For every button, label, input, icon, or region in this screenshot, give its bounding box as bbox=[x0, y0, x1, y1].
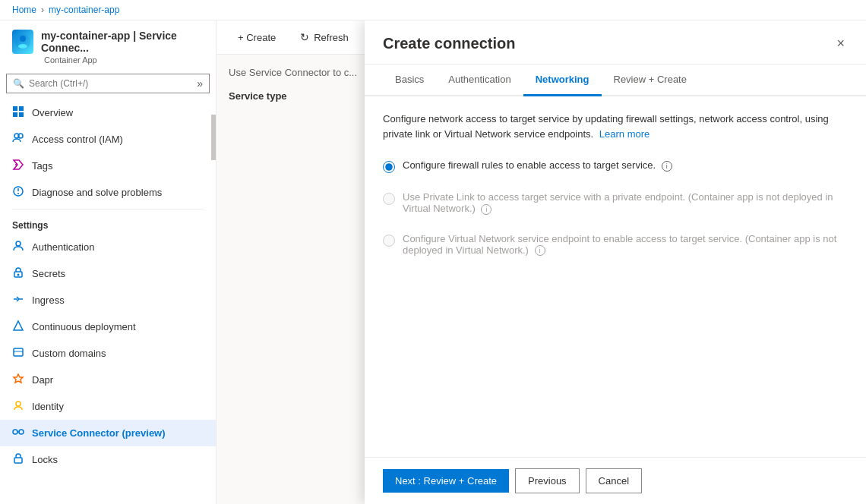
sidebar-item-label: Diagnose and solve problems bbox=[32, 187, 162, 198]
svg-point-9 bbox=[15, 164, 17, 165]
sidebar-item-identity[interactable]: Identity bbox=[0, 393, 216, 420]
tab-authentication[interactable]: Authentication bbox=[436, 65, 523, 96]
sidebar-item-label: Secrets bbox=[32, 268, 65, 279]
search-box[interactable]: 🔍 » bbox=[6, 74, 210, 93]
sidebar-item-access-control[interactable]: Access control (IAM) bbox=[0, 126, 216, 153]
create-button[interactable]: + Create bbox=[229, 27, 285, 48]
radio-private-link bbox=[383, 193, 395, 205]
tags-icon bbox=[12, 159, 24, 173]
tab-review-create-label: Review + Create bbox=[614, 74, 687, 85]
svg-point-1 bbox=[20, 36, 26, 42]
sidebar: my-container-app | Service Connec... Con… bbox=[0, 20, 216, 504]
app-subtitle: Container App bbox=[44, 55, 204, 65]
radio-vnet-endpoint-label: Configure Virtual Network service endpoi… bbox=[403, 233, 836, 256]
app-icon bbox=[12, 30, 33, 54]
svg-rect-4 bbox=[19, 106, 24, 111]
locks-icon bbox=[12, 452, 24, 467]
panel-content: Configure network access to target servi… bbox=[365, 96, 866, 457]
overview-icon bbox=[12, 106, 24, 120]
svg-point-13 bbox=[16, 241, 21, 246]
sidebar-item-label: Locks bbox=[32, 454, 58, 465]
radio-option-firewall: Configure firewall rules to enable acces… bbox=[383, 156, 848, 176]
dapr-icon bbox=[12, 373, 24, 387]
sidebar-item-label: Authentication bbox=[32, 241, 94, 253]
sidebar-scroll-thumb bbox=[211, 115, 216, 160]
create-connection-panel: Create connection × Basics Authenticatio… bbox=[365, 20, 866, 504]
svg-point-19 bbox=[16, 402, 21, 406]
tab-basics-label: Basics bbox=[395, 74, 424, 85]
sidebar-item-continuous-deployment[interactable]: Continuous deployment bbox=[0, 313, 216, 340]
svg-point-21 bbox=[19, 430, 24, 434]
breadcrumb-separator: › bbox=[41, 5, 44, 15]
sidebar-item-custom-domains[interactable]: Custom domains bbox=[0, 340, 216, 367]
panel-tabs: Basics Authentication Networking Review … bbox=[365, 65, 866, 96]
sidebar-item-authentication[interactable]: Authentication bbox=[0, 234, 216, 260]
access-control-icon bbox=[12, 132, 24, 146]
sidebar-item-label: Service Connector (preview) bbox=[32, 427, 166, 439]
tab-basics[interactable]: Basics bbox=[383, 65, 436, 96]
cancel-button[interactable]: Cancel bbox=[586, 468, 642, 493]
radio-firewall-label-container: Configure firewall rules to enable acces… bbox=[403, 159, 672, 172]
tab-networking-label: Networking bbox=[536, 74, 589, 85]
svg-rect-23 bbox=[14, 458, 22, 463]
vnet-endpoint-info-icon: i bbox=[535, 245, 545, 256]
previous-button[interactable]: Previous bbox=[515, 468, 580, 493]
refresh-button[interactable]: ↻ Refresh bbox=[291, 27, 358, 48]
radio-private-link-label: Use Private Link to access target servic… bbox=[403, 191, 833, 214]
sidebar-item-label: Dapr bbox=[32, 374, 53, 386]
svg-marker-16 bbox=[14, 321, 23, 330]
app-title: my-container-app | Service Connec... bbox=[12, 30, 204, 54]
svg-rect-3 bbox=[13, 106, 17, 111]
authentication-icon bbox=[12, 240, 24, 254]
radio-firewall-label: Configure firewall rules to enable acces… bbox=[403, 159, 656, 171]
svg-rect-5 bbox=[13, 112, 17, 117]
sidebar-item-label: Ingress bbox=[32, 295, 65, 306]
sidebar-item-overview[interactable]: Overview bbox=[0, 99, 216, 126]
next-button[interactable]: Next : Review + Create bbox=[383, 469, 509, 493]
breadcrumb-home[interactable]: Home bbox=[12, 5, 36, 15]
learn-more-link[interactable]: Learn more bbox=[599, 128, 650, 140]
continuous-deployment-icon bbox=[12, 320, 24, 334]
radio-vnet-endpoint bbox=[383, 235, 395, 247]
app-name: my-container-app | Service Connec... bbox=[41, 30, 204, 54]
radio-option-private-link: Use Private Link to access target servic… bbox=[383, 188, 848, 218]
sidebar-item-label: Continuous deployment bbox=[32, 321, 136, 332]
firewall-info-icon[interactable]: i bbox=[662, 161, 672, 172]
sidebar-item-label: Custom domains bbox=[32, 348, 106, 359]
panel-footer: Next : Review + Create Previous Cancel bbox=[365, 457, 866, 504]
sidebar-item-label: Tags bbox=[32, 160, 52, 172]
search-input[interactable] bbox=[29, 78, 192, 89]
sidebar-item-dapr[interactable]: Dapr bbox=[0, 367, 216, 393]
collapse-icon[interactable]: » bbox=[197, 77, 203, 90]
sidebar-item-label: Identity bbox=[32, 401, 64, 412]
sidebar-item-tags[interactable]: Tags bbox=[0, 153, 216, 179]
sidebar-item-label: Access control (IAM) bbox=[32, 134, 123, 145]
service-connector-icon bbox=[12, 426, 24, 440]
sidebar-item-diagnose[interactable]: Diagnose and solve problems bbox=[0, 179, 216, 206]
sidebar-item-locks[interactable]: Locks bbox=[0, 446, 216, 473]
refresh-icon: ↻ bbox=[300, 31, 309, 43]
svg-rect-17 bbox=[14, 348, 23, 356]
radio-firewall[interactable] bbox=[383, 161, 395, 173]
custom-domains-icon bbox=[12, 346, 24, 361]
sidebar-nav: Overview Access control (IAM) Tags Diagn… bbox=[0, 99, 216, 504]
diagnose-icon bbox=[12, 185, 24, 200]
sidebar-item-secrets[interactable]: Secrets bbox=[0, 260, 216, 287]
breadcrumb-app[interactable]: my-container-app bbox=[49, 5, 119, 15]
settings-section-label: Settings bbox=[0, 213, 216, 234]
sidebar-header: my-container-app | Service Connec... Con… bbox=[0, 20, 216, 71]
sidebar-divider bbox=[12, 209, 204, 209]
search-icon: 🔍 bbox=[13, 78, 24, 89]
svg-point-2 bbox=[18, 44, 27, 49]
tab-networking[interactable]: Networking bbox=[523, 65, 602, 96]
sidebar-item-ingress[interactable]: Ingress bbox=[0, 287, 216, 313]
radio-vnet-endpoint-label-container: Configure Virtual Network service endpoi… bbox=[403, 233, 848, 257]
panel-description: Configure network access to target servi… bbox=[383, 112, 848, 141]
panel-close-button[interactable]: × bbox=[833, 33, 848, 55]
tab-review-create[interactable]: Review + Create bbox=[602, 65, 699, 96]
panel-title: Create connection bbox=[383, 35, 515, 52]
secrets-icon bbox=[12, 266, 24, 281]
sidebar-item-service-connector[interactable]: Service Connector (preview) bbox=[0, 420, 216, 446]
radio-option-vnet-endpoint: Configure Virtual Network service endpoi… bbox=[383, 230, 848, 260]
radio-private-link-label-container: Use Private Link to access target servic… bbox=[403, 191, 848, 215]
